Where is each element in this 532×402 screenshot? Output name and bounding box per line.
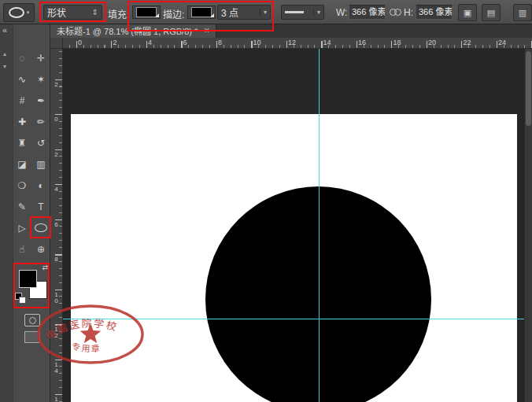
tool-preset-button[interactable]: ▾: [3, 3, 35, 22]
svg-text:电脑医院学校: 电脑医院学校: [43, 317, 119, 342]
stamp-bottom-text: 专用章: [71, 341, 102, 354]
shape-width-value: 366 像素: [352, 7, 386, 17]
stamp-arc-text: 电脑医院学校: [43, 317, 119, 342]
chevron-down-icon: ▾: [313, 9, 320, 16]
crop-tool[interactable]: #: [13, 90, 31, 111]
pen-tool[interactable]: ✎: [13, 196, 31, 217]
scroll-up-icon[interactable]: ▴: [3, 50, 6, 57]
shape-options-icon[interactable]: ▣: [458, 4, 477, 21]
path-selection-tool[interactable]: ▷: [13, 217, 31, 238]
ruler-number: 4: [52, 186, 60, 192]
link-dimensions-icon[interactable]: [390, 9, 401, 16]
panel-menu-icon[interactable]: ▤: [482, 4, 501, 21]
ruler-number: 6: [183, 39, 187, 46]
shape-width-input[interactable]: 366 像素: [349, 5, 386, 20]
healing-brush-tool[interactable]: ✚: [13, 111, 31, 132]
zoom-tool[interactable]: ⊕: [31, 238, 50, 260]
magic-wand-tool[interactable]: ✶: [31, 68, 50, 90]
annotation-box-fill-stroke: [127, 1, 274, 31]
svg-text:专用章: 专用章: [71, 341, 102, 354]
ruler-number: 0: [52, 116, 60, 122]
toolbox-edge-strip: « ▴ ▾: [0, 24, 13, 402]
ellipse-marquee-tool[interactable]: ◌: [13, 47, 31, 68]
eyedropper-tool[interactable]: ✒: [31, 90, 50, 111]
chevron-down-icon: ▾: [27, 9, 30, 16]
fill-label: 填充:: [108, 7, 129, 20]
ruler-number: 4: [148, 39, 152, 46]
solid-line-icon: [285, 11, 304, 13]
ruler-number: 16: [52, 396, 60, 402]
ruler-number: 12: [288, 39, 296, 46]
move-tool[interactable]: ✛: [31, 47, 50, 68]
ellipse-shape-icon: [9, 7, 24, 18]
eraser-tool[interactable]: ◪: [13, 153, 31, 175]
annotation-box-shape-mode: [39, 2, 106, 22]
horizontal-ruler[interactable]: 024681012141618202224: [63, 38, 532, 49]
ruler-number: 22: [464, 39, 471, 46]
hand-tool[interactable]: ☝: [13, 238, 31, 260]
ruler-number: 10: [253, 39, 261, 46]
ruler-number: 18: [393, 39, 401, 46]
ruler-number: 14: [323, 39, 331, 46]
ruler-number: 0: [78, 39, 82, 46]
history-brush-tool[interactable]: ↺: [31, 132, 50, 153]
blur-tool[interactable]: ❍: [13, 175, 31, 196]
shape-height-value: 366 像素: [419, 7, 453, 17]
type-tool[interactable]: T: [31, 196, 50, 217]
ruler-number: 8: [52, 256, 60, 262]
height-label: H:: [404, 7, 413, 18]
scroll-down-icon[interactable]: ▾: [3, 63, 6, 70]
scrollbar-thumb[interactable]: [526, 51, 531, 126]
gradient-tool[interactable]: ▥: [31, 153, 50, 175]
options-bar-right-icons: ▣▤▥: [458, 4, 532, 21]
stroke-style-dropdown[interactable]: ▾: [281, 5, 324, 20]
clone-stamp-tool[interactable]: ♜: [13, 132, 31, 153]
ruler-number: 8: [218, 39, 222, 46]
brush-tool[interactable]: ✏: [31, 111, 50, 132]
ruler-number: 16: [358, 39, 366, 46]
dock-collapse-icon[interactable]: ▥: [513, 4, 532, 21]
width-label: W:: [336, 7, 347, 18]
annotation-box-color-swatches: [13, 263, 50, 308]
shape-height-input[interactable]: 366 像素: [416, 5, 453, 20]
ruler-number: 20: [428, 39, 436, 46]
ruler-number: 24: [498, 39, 506, 46]
watermark-stamp: 电脑医院学校 专用章: [35, 303, 146, 366]
ruler-number: 2: [52, 151, 60, 157]
ruler-number: 10: [52, 291, 60, 304]
annotation-box-ellipse-tool: [30, 216, 51, 238]
collapse-toolbox-icon[interactable]: «: [2, 25, 7, 35]
ruler-number: 6: [52, 221, 60, 227]
dodge-tool[interactable]: ◐: [31, 175, 50, 196]
vertical-guide[interactable]: [319, 49, 320, 402]
document-tab-bar: 未标题-1 @ 78.1% (椭圆 1, RGB/8) * ×: [50, 24, 532, 38]
lasso-tool[interactable]: ∿: [13, 68, 31, 90]
ruler-number: 2: [52, 81, 60, 87]
vertical-scrollbar[interactable]: [524, 49, 532, 402]
ruler-number: 2: [113, 39, 117, 46]
ruler-origin-corner[interactable]: [50, 38, 63, 49]
